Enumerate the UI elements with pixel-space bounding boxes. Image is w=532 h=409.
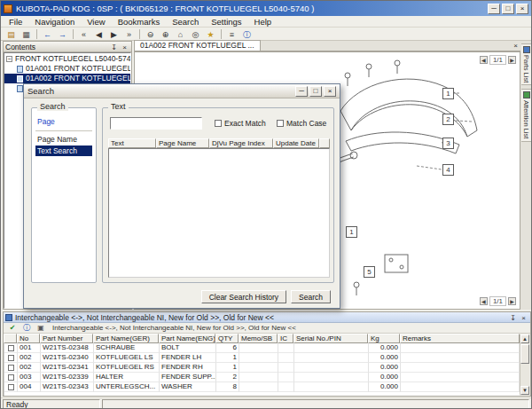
zoom-out-icon[interactable]: ⊖	[144, 28, 157, 40]
side-tab-parts-list[interactable]: Parts List	[521, 43, 532, 85]
last-page-icon[interactable]: »	[122, 28, 136, 40]
prev-page-button[interactable]: ◀	[480, 56, 488, 64]
callout-1[interactable]: 1	[442, 88, 454, 99]
search-mode-page-name[interactable]: Page Name	[35, 134, 92, 145]
clear-search-history-button[interactable]: Clear Search History	[201, 290, 286, 303]
tab-close-icon[interactable]: ×	[511, 42, 520, 51]
parts-panel-pin-icon[interactable]: ↧	[508, 313, 518, 322]
search-mode-text-search[interactable]: Text Search	[35, 146, 92, 156]
fit-page-icon[interactable]: ⌂	[174, 28, 187, 40]
next-page-icon[interactable]: ▶	[107, 28, 121, 40]
contents-pin-icon[interactable]: ↧	[109, 43, 119, 51]
info-icon[interactable]: ⓘ	[240, 28, 254, 40]
select-all-icon[interactable]: ✔	[7, 323, 18, 333]
tab-01a002[interactable]: 01A002 FRONT KOTFLUEGEL ...	[134, 40, 261, 51]
scroll-down-icon[interactable]: ▼	[520, 386, 529, 395]
close-button[interactable]: ×	[324, 86, 336, 97]
search-results-list[interactable]	[108, 148, 330, 278]
collapse-icon[interactable]: −	[6, 56, 12, 62]
row-checkbox[interactable]	[4, 382, 18, 392]
maximize-button[interactable]: □	[502, 4, 514, 14]
prev-page-button[interactable]: ◀	[480, 297, 488, 305]
cell-name_eng: FENDER RH	[160, 363, 216, 373]
title-bar[interactable]: KUBOTA-PAD KDG : 0SP : ( BKID65129 : FRO…	[1, 1, 531, 16]
forward-icon[interactable]: →	[56, 28, 69, 40]
parts-column-part-name-eng[interactable]: Part Name(ENG)	[159, 334, 215, 343]
copy-list-icon[interactable]: ▣	[35, 323, 46, 333]
tree-item-01a002[interactable]: 01A002 FRONT KOTFLUEGEL L5040-5740 / FRO…	[4, 74, 130, 83]
menu-item-bookmarks[interactable]: Bookmarks	[112, 16, 167, 28]
cell-name_ger: UNTERLEGSCH...	[94, 382, 160, 392]
maximize-button[interactable]: □	[309, 86, 322, 97]
minimize-button[interactable]: ─	[488, 4, 500, 14]
parts-column-kg[interactable]: Kg	[368, 334, 400, 343]
parts-panel-header[interactable]: Interchangeable <->, Not Interchangeable…	[4, 312, 530, 323]
next-page-button[interactable]: ▶	[508, 297, 516, 305]
toolbar-separator	[36, 29, 37, 39]
search-dialog-titlebar[interactable]: Search ─□×	[24, 84, 340, 98]
parts-column-part-name-ger[interactable]: Part Name(GER)	[93, 334, 159, 343]
menu-item-settings[interactable]: Settings	[205, 16, 247, 28]
minimize-button[interactable]: ─	[295, 86, 308, 97]
row-checkbox[interactable]	[4, 343, 18, 353]
parts-panel-close-icon[interactable]: ×	[519, 313, 528, 322]
next-page-button[interactable]: ▶	[508, 56, 516, 64]
print-icon[interactable]: ▦	[20, 28, 33, 40]
tree-item-01a001[interactable]: 01A001 FRONT KOTFLUEGEL L5040-5740 / FRO…	[4, 64, 130, 74]
page-icon	[17, 75, 23, 83]
callout-5[interactable]: 5	[364, 266, 375, 278]
scrollbar-thumb[interactable]	[520, 344, 529, 364]
cell-remarks	[401, 353, 520, 363]
open-icon[interactable]: ▤	[4, 28, 18, 40]
table-row[interactable]: 002W21TS-02340KOTFLUEGEL LSFENDER LH10.0…	[4, 353, 520, 363]
callout-3[interactable]: 3	[442, 138, 454, 149]
parts-column-ic[interactable]: IC	[278, 334, 293, 343]
search-text-input[interactable]	[110, 117, 202, 130]
parts-column-qty[interactable]: QTY	[215, 334, 239, 343]
table-row[interactable]: 004W21TS-02343UNTERLEGSCH...WASHER80.000	[4, 382, 520, 392]
menu-item-file[interactable]: File	[3, 16, 28, 28]
tree-root-item[interactable]: −FRONT KOTFLUEGEL L5040-5740	[4, 54, 130, 64]
menu-item-search[interactable]: Search	[166, 16, 205, 28]
result-column-text[interactable]: Text	[108, 138, 156, 148]
side-tab-attention-list[interactable]: Attention List	[521, 89, 532, 141]
scroll-up-icon[interactable]: ▲	[520, 334, 529, 343]
contents-close-icon[interactable]: ×	[120, 43, 129, 51]
callout-4[interactable]: 4	[442, 164, 454, 176]
cell-part_number: W21TS-02341	[41, 363, 94, 373]
search-icon[interactable]: ◎	[189, 28, 202, 40]
menu-item-view[interactable]: View	[81, 16, 111, 28]
row-checkbox[interactable]	[4, 363, 18, 373]
table-row[interactable]: 002W21TS-02341KOTFLUEGEL RSFENDER RH10.0…	[4, 363, 520, 373]
page-link[interactable]: Page	[35, 115, 92, 128]
match-case-checkbox[interactable]: Match Case	[277, 119, 326, 128]
table-row[interactable]: 003W21TS-02339HALTERFENDER SUPP...20.000	[4, 373, 520, 382]
result-column-page-name[interactable]: Page Name	[156, 138, 209, 148]
bookmark-icon[interactable]: ★	[204, 28, 217, 40]
callout-2[interactable]: 2	[442, 114, 454, 125]
parts-column-no[interactable]: No	[17, 334, 40, 343]
exact-match-checkbox[interactable]: Exact Match	[215, 119, 266, 128]
menu-item-navigation[interactable]: Navigation	[28, 16, 81, 28]
parts-scrollbar[interactable]: ▲ ▼	[520, 334, 529, 395]
parts-column-part-number[interactable]: Part Number	[40, 334, 93, 343]
parts-column-remarks[interactable]: Remarks	[400, 334, 520, 343]
result-column-update-date[interactable]: Update Date	[273, 138, 319, 148]
zoom-in-icon[interactable]: ⊕	[159, 28, 172, 40]
table-row[interactable]: 001W21TS-02348SCHRAUBEBOLT60.000	[4, 343, 520, 353]
first-page-icon[interactable]: «	[77, 28, 90, 40]
callout-1[interactable]: 1	[346, 226, 357, 238]
prev-page-icon[interactable]: ◀	[92, 28, 106, 40]
back-icon[interactable]: ←	[41, 28, 54, 40]
parts-column-serial-no-pin[interactable]: Serial No./PIN	[293, 334, 368, 343]
search-button[interactable]: Search	[291, 290, 331, 303]
parts-column-memo-sb[interactable]: Memo/SB	[239, 334, 278, 343]
select-all-column[interactable]	[4, 334, 17, 343]
close-button[interactable]: ×	[516, 4, 528, 14]
menu-item-help[interactable]: Help	[248, 16, 278, 28]
list-icon[interactable]: ≡	[225, 28, 239, 40]
result-column-djvu-page-index[interactable]: DjVu Page Index	[209, 138, 273, 148]
row-checkbox[interactable]	[4, 353, 18, 363]
row-checkbox[interactable]	[4, 373, 18, 382]
part-info-icon[interactable]: ⓘ	[21, 323, 32, 333]
